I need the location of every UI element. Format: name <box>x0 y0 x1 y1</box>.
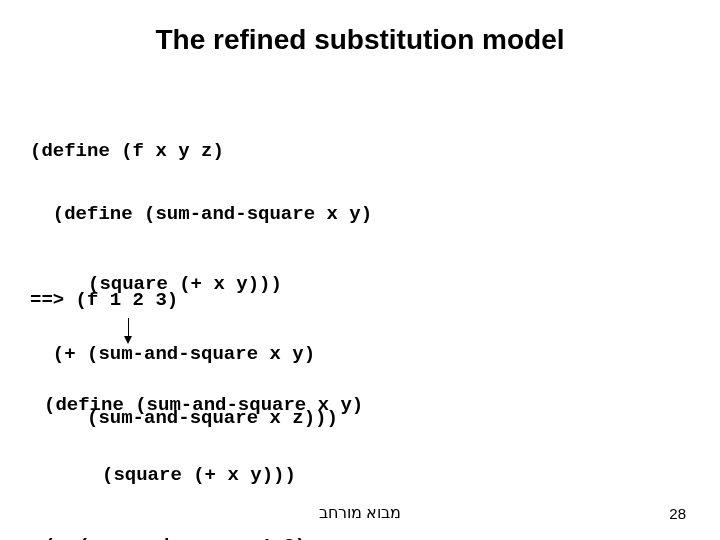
footer-text: מבוא מורחב <box>0 503 720 522</box>
code-line: (define (sum-and-square x y) <box>44 395 363 416</box>
down-arrow-icon <box>128 318 129 344</box>
code-line: (+ (sum-and-square 1 2) <box>44 536 363 540</box>
slide: The refined substitution model (define (… <box>0 0 720 540</box>
code-line: (square (+ x y))) <box>102 465 363 486</box>
code-eval-line: ==> (f 1 2 3) <box>30 290 178 311</box>
code-line: (define (sum-and-square x y) <box>30 204 372 225</box>
slide-title: The refined substitution model <box>0 24 720 56</box>
page-number: 28 <box>669 505 686 522</box>
code-line: (define (f x y z) <box>30 141 372 162</box>
